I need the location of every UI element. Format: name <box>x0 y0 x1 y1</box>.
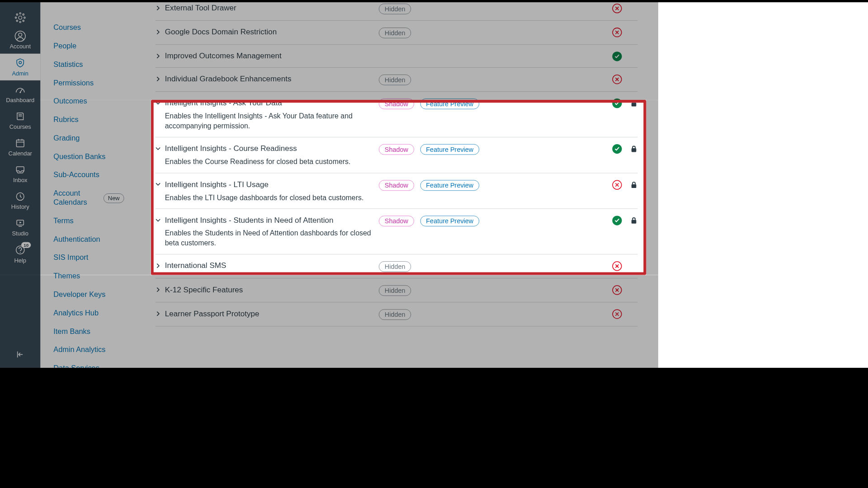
feature-title[interactable]: Intelligent Insights - Students in Need … <box>165 215 334 225</box>
clock-icon <box>14 191 26 202</box>
shadow-pill: Shadow <box>379 216 414 227</box>
feature-title[interactable]: Intelligent Insights - LTI Usage <box>165 179 269 189</box>
feature-status <box>612 98 637 108</box>
status-enabled-icon[interactable] <box>612 99 622 108</box>
ctx-statistics[interactable]: Statistics <box>53 56 126 74</box>
ctx-analytics-hub[interactable]: Analytics Hub <box>53 304 126 323</box>
nav-history[interactable]: History <box>0 187 40 214</box>
hidden-pill: Hidden <box>379 4 411 14</box>
chevron-down-icon[interactable] <box>156 100 162 106</box>
feature-title[interactable]: Learner Passport Prototype <box>165 309 259 319</box>
shadow-pill: Shadow <box>379 144 414 155</box>
ctx-admin-analytics[interactable]: Admin Analytics <box>53 341 126 359</box>
nav-admin-label: Admin <box>12 70 28 77</box>
nav-collapse[interactable] <box>0 345 40 364</box>
status-enabled-icon[interactable] <box>612 52 622 61</box>
ctx-outcomes[interactable]: Outcomes <box>53 93 126 111</box>
status-disabled-icon[interactable] <box>612 180 622 189</box>
chevron-down-icon[interactable] <box>156 182 162 187</box>
chevron-right-icon[interactable] <box>156 263 162 268</box>
chevron-down-icon[interactable] <box>156 217 162 223</box>
feature-row: Intelligent Insights - Course ReadinessE… <box>156 137 638 173</box>
lock-icon[interactable] <box>630 145 638 152</box>
inbox-icon <box>14 164 26 176</box>
nav-admin[interactable]: Admin <box>0 54 40 80</box>
nav-inbox[interactable]: Inbox <box>0 160 40 187</box>
nav-courses[interactable]: Courses <box>0 107 40 134</box>
chevron-right-icon[interactable] <box>156 29 162 35</box>
status-disabled-icon[interactable] <box>612 261 622 271</box>
preview-pill: Feature Preview <box>420 216 479 227</box>
feature-tags: Hidden <box>375 27 519 38</box>
hidden-pill: Hidden <box>379 285 411 296</box>
user-circle-icon <box>14 30 26 42</box>
lock-icon[interactable] <box>630 217 638 224</box>
svg-rect-26 <box>632 103 637 106</box>
chevron-right-icon[interactable] <box>156 53 162 59</box>
chevron-down-icon[interactable] <box>156 145 162 151</box>
feature-row: Intelligent Insights - LTI UsageEnables … <box>156 173 638 209</box>
chevron-right-icon[interactable] <box>156 76 162 82</box>
status-enabled-icon[interactable] <box>612 144 622 154</box>
hidden-pill: Hidden <box>379 309 411 320</box>
feature-status <box>612 309 637 319</box>
svg-rect-28 <box>632 184 637 188</box>
ctx-developer-keys[interactable]: Developer Keys <box>53 286 126 304</box>
feature-title[interactable]: K-12 Specific Features <box>165 285 243 295</box>
preview-pill: Feature Preview <box>420 144 479 155</box>
status-disabled-icon[interactable] <box>612 4 622 13</box>
lock-icon[interactable] <box>630 181 638 188</box>
svg-point-24 <box>20 252 21 253</box>
ctx-account-calendars[interactable]: Account Calendars New <box>53 185 126 212</box>
ctx-rubrics[interactable]: Rubrics <box>53 111 126 129</box>
ctx-question-banks[interactable]: Question Banks <box>53 148 126 166</box>
chevron-right-icon[interactable] <box>156 311 162 316</box>
hidden-pill: Hidden <box>379 261 411 272</box>
feature-description: Enables the Students in Need of Attentio… <box>165 229 375 248</box>
feature-tags: ShadowFeature Preview <box>375 215 519 226</box>
feature-status <box>612 285 637 295</box>
ctx-sub-accounts[interactable]: Sub-Accounts <box>53 166 126 185</box>
nav-dashboard[interactable]: Dashboard <box>0 80 40 107</box>
ctx-themes[interactable]: Themes <box>53 267 126 286</box>
feature-title[interactable]: Google Docs Domain Restriction <box>165 27 277 37</box>
nav-studio[interactable]: Studio <box>0 214 40 241</box>
feature-options-list: External Tool DrawerHiddenGoogle Docs Do… <box>135 2 658 368</box>
status-enabled-icon[interactable] <box>612 216 622 225</box>
nav-account[interactable]: Account <box>0 27 40 54</box>
feature-title[interactable]: Intelligent Insights - Course Readiness <box>165 143 297 153</box>
ctx-terms[interactable]: Terms <box>53 212 126 230</box>
ctx-item-banks[interactable]: Item Banks <box>53 323 126 341</box>
feature-title[interactable]: Improved Outcomes Management <box>165 51 282 61</box>
nav-logo[interactable] <box>0 6 40 27</box>
feature-tags: ShadowFeature Preview <box>375 179 519 191</box>
feature-title[interactable]: Intelligent Insights - Ask Your Data <box>165 98 282 108</box>
nav-calendar[interactable]: Calendar <box>0 134 40 160</box>
nav-inbox-label: Inbox <box>13 177 28 184</box>
status-disabled-icon[interactable] <box>612 309 622 319</box>
ctx-grading[interactable]: Grading <box>53 129 126 148</box>
studio-icon <box>14 217 26 229</box>
svg-point-1 <box>19 13 21 14</box>
lock-icon[interactable] <box>630 100 638 107</box>
ctx-authentication[interactable]: Authentication <box>53 230 126 249</box>
status-disabled-icon[interactable] <box>612 285 622 295</box>
feature-title[interactable]: International SMS <box>165 261 226 271</box>
ctx-permissions[interactable]: Permissions <box>53 74 126 93</box>
status-disabled-icon[interactable] <box>612 28 622 37</box>
chevron-right-icon[interactable] <box>156 287 162 292</box>
nav-help[interactable]: 10 Help <box>0 241 40 267</box>
calendar-icon <box>14 137 26 149</box>
letterbox-bottom <box>0 368 868 488</box>
feature-tags: Hidden <box>375 309 519 320</box>
feature-status <box>612 3 637 14</box>
chevron-right-icon[interactable] <box>156 5 162 11</box>
ctx-courses[interactable]: Courses <box>53 19 126 37</box>
ctx-sis-import[interactable]: SIS Import <box>53 249 126 267</box>
ctx-people[interactable]: People <box>53 37 126 56</box>
feature-title[interactable]: External Tool Drawer <box>165 3 236 13</box>
feature-title[interactable]: Individual Gradebook Enhancements <box>165 74 292 84</box>
svg-rect-29 <box>632 220 637 224</box>
svg-point-4 <box>24 17 25 19</box>
status-disabled-icon[interactable] <box>612 75 622 84</box>
